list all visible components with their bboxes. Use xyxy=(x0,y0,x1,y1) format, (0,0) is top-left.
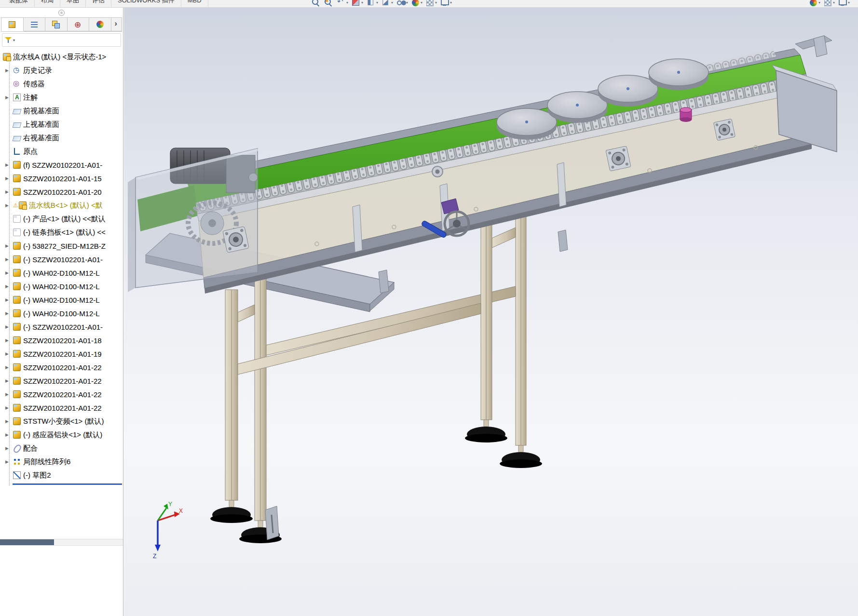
view-display-settings-button[interactable]: ▾ xyxy=(438,0,453,8)
leg-back-left[interactable] xyxy=(255,276,266,521)
expand-arrow[interactable]: ▶ xyxy=(5,351,13,356)
tree-item[interactable]: ▶SZZW20102201-A01-18 xyxy=(0,334,123,347)
expand-arrow[interactable]: ▶ xyxy=(5,432,13,437)
command-tab-3[interactable]: 评估 xyxy=(86,0,111,7)
cross-beam-front[interactable] xyxy=(238,303,481,375)
tree-item[interactable]: ▶STSTW小变频<1> (默认) xyxy=(0,415,123,428)
tree-item[interactable]: 原点 xyxy=(0,145,123,158)
tree-item[interactable]: ▶SZZW20102201-A01-15 xyxy=(0,172,123,185)
expand-arrow[interactable]: ▶ xyxy=(5,392,13,397)
expand-arrow[interactable]: ▶ xyxy=(5,378,13,383)
tree-item[interactable]: ▶(-) SZZW20102201-A01- xyxy=(0,253,123,266)
tree-item[interactable]: ▶(f) SZZW20102201-A01- xyxy=(0,158,123,172)
leg-front-left[interactable] xyxy=(225,290,238,500)
command-tab-5[interactable]: MBD xyxy=(181,0,208,7)
tree-item[interactable]: (-) 链条挡板<1> (默认) << xyxy=(0,226,123,239)
expand-arrow[interactable]: ▶ xyxy=(5,284,13,289)
tree-item[interactable]: 右视基准面 xyxy=(0,131,123,145)
panel-tab-displaymanager[interactable] xyxy=(89,17,111,31)
dropdown-caret-icon[interactable]: ▾ xyxy=(391,0,393,5)
sensor-fitting[interactable] xyxy=(432,166,443,177)
section-view-button[interactable]: ▾ xyxy=(350,0,365,8)
tree-item[interactable]: ▶历史记录 xyxy=(0,64,123,77)
dropdown-caret-icon[interactable]: ▾ xyxy=(376,0,378,5)
tree-item[interactable]: ▶(-) SZZW20102201-A01- xyxy=(0,320,123,334)
hide-show-button[interactable]: ▾ xyxy=(395,0,409,8)
leg-front-right[interactable] xyxy=(481,221,492,420)
tree-item[interactable]: ▶SZZW20102201-A01-22 xyxy=(0,388,123,401)
expand-arrow[interactable]: ▶ xyxy=(5,176,13,181)
tree-root-item[interactable]: 流水线A (默认) <显示状态-1> xyxy=(0,50,123,64)
dropdown-caret-icon[interactable]: ▾ xyxy=(421,0,422,5)
scrollbar-thumb[interactable] xyxy=(0,539,54,545)
expand-arrow[interactable]: ▶ xyxy=(5,68,13,73)
suction-foot-front-left[interactable] xyxy=(210,500,253,523)
cross-beam-left-top[interactable] xyxy=(238,305,255,322)
disc-1[interactable] xyxy=(497,108,557,140)
flange-bearing-2[interactable] xyxy=(713,119,735,140)
dropdown-caret-icon[interactable]: ▾ xyxy=(406,0,408,5)
tree-item[interactable]: ▶SZZW20102201-A01-22 xyxy=(0,401,123,415)
flange-bearing-drive[interactable] xyxy=(223,227,249,253)
dropdown-caret-icon[interactable]: ▾ xyxy=(346,0,348,5)
tree-item[interactable]: ▶(-) 感应器铝块<1> (默认) xyxy=(0,428,123,442)
drive-guard-assembly[interactable] xyxy=(128,148,260,292)
tree-item[interactable]: ▶配合 xyxy=(0,442,123,455)
filter-field[interactable]: ▾ xyxy=(2,33,121,47)
expand-arrow[interactable]: ▶ xyxy=(5,203,13,208)
conveyor-body[interactable] xyxy=(182,49,812,294)
tree-item[interactable]: ▶⚠流水线B<1> (默认) <默 xyxy=(0,199,123,212)
dropdown-caret-icon[interactable]: ▾ xyxy=(848,0,850,5)
expand-arrow[interactable]: ▶ xyxy=(5,446,13,451)
previous-view-button[interactable]: ▾ xyxy=(335,0,350,8)
expand-arrow[interactable]: ▶ xyxy=(5,405,13,410)
panel-tab-propertymanager[interactable] xyxy=(24,17,46,31)
expand-arrow[interactable]: ▶ xyxy=(5,162,13,167)
apply-scene-button[interactable]: ▾ xyxy=(822,0,836,8)
expand-arrow[interactable]: ▶ xyxy=(5,338,13,343)
expand-arrow[interactable]: ▶ xyxy=(5,243,13,248)
cross-beam-right-top[interactable] xyxy=(492,228,516,248)
expand-arrow[interactable]: ▶ xyxy=(5,95,13,100)
expand-arrow[interactable]: ▶ xyxy=(5,365,13,370)
suction-foot-front-right[interactable] xyxy=(465,420,507,442)
tree-item[interactable]: 传感器 xyxy=(0,77,123,91)
tree-item[interactable]: ▶(-) WAH02-D100-M12-L xyxy=(0,266,123,280)
apply-scene-button[interactable]: ▾ xyxy=(424,0,438,8)
expand-arrow[interactable]: ▶ xyxy=(5,270,13,275)
panel-tab-featuremanager[interactable] xyxy=(1,17,24,31)
rollback-bar[interactable] xyxy=(13,483,122,485)
disc-4[interactable] xyxy=(649,59,708,90)
tree-item[interactable]: ▶SZZW20102201-A01-19 xyxy=(0,347,123,361)
dropdown-caret-icon[interactable]: ▾ xyxy=(450,0,452,5)
disc-2[interactable] xyxy=(547,92,607,123)
tree-item[interactable]: (-) 产品<1> (默认) <<默认 xyxy=(0,212,123,226)
tree-item[interactable]: ▶(-) WAH02-D100-M12-L xyxy=(0,293,123,307)
edit-appearance-button[interactable]: ▾ xyxy=(409,0,424,8)
tree-item[interactable]: ▶SZZW20102201-A01-20 xyxy=(0,185,123,199)
tree-item[interactable]: (-) 草图2 xyxy=(0,469,123,482)
display-style-button[interactable]: ▾ xyxy=(380,0,395,8)
filter-caret-icon[interactable]: ▾ xyxy=(13,38,15,42)
expand-arrow[interactable]: ▶ xyxy=(5,419,13,424)
expand-arrow[interactable]: ▶ xyxy=(5,459,13,464)
tree-item[interactable]: ▶(-) WAH02-D100-M12-L xyxy=(0,307,123,320)
dropdown-caret-icon[interactable]: ▾ xyxy=(833,0,835,5)
view-orientation-button[interactable]: ▾ xyxy=(365,0,380,8)
command-tab-4[interactable]: SOLIDWORKS 插件 xyxy=(111,0,181,7)
expand-arrow[interactable]: ▶ xyxy=(5,297,13,302)
command-tab-1[interactable]: 布局 xyxy=(35,0,60,7)
view-display-settings-button[interactable]: ▾ xyxy=(836,0,851,8)
panel-tab-expand[interactable] xyxy=(111,17,122,31)
panel-tab-dimxpertmanager[interactable] xyxy=(68,17,90,31)
edit-appearance-button[interactable]: ▾ xyxy=(807,0,822,8)
tree-item[interactable]: ▶局部线性阵列6 xyxy=(0,455,123,469)
suction-foot-back-right[interactable] xyxy=(500,445,542,468)
tree-item[interactable]: ▶SZZW20102201-A01-22 xyxy=(0,374,123,388)
dropdown-caret-icon[interactable]: ▾ xyxy=(818,0,820,5)
zoom-fit-button[interactable] xyxy=(310,0,322,8)
zoom-area-button[interactable] xyxy=(322,0,335,8)
tree-item[interactable]: 前视基准面 xyxy=(0,104,123,118)
leg-back-right[interactable] xyxy=(516,210,526,445)
tree-horizontal-scrollbar[interactable] xyxy=(0,539,123,546)
